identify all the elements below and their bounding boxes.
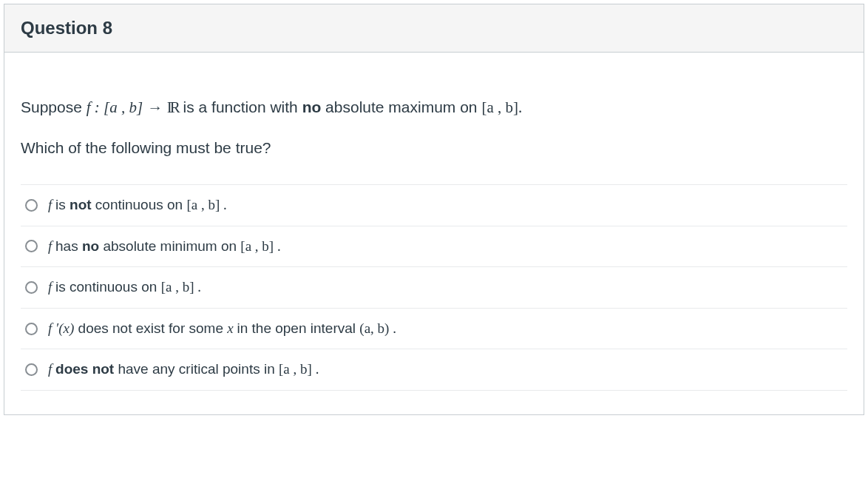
math-interval: [a , b] . — [161, 279, 201, 295]
math-fprime: f ′(x) — [48, 320, 74, 336]
math-interval: [a , b] . — [186, 197, 226, 212]
prompt-text: is a function with — [183, 98, 302, 115]
text: have any critical points in — [114, 361, 279, 377]
answer-label: f has no absolute minimum on [a , b] . — [48, 237, 281, 257]
math-f: f — [48, 361, 55, 377]
prompt-line-2: Which of the following must be true? — [21, 136, 847, 160]
radio-icon — [25, 240, 38, 252]
prompt-line-1: Suppose f : [a , b] → IR is a function w… — [21, 95, 847, 120]
answer-label: f is continuous on [a , b] . — [48, 278, 201, 297]
prompt-math-domain: [a , b]. — [481, 98, 522, 116]
math-interval: [a , b] . — [240, 238, 280, 254]
math-interval: [a , b] . — [279, 361, 319, 377]
math-interval: (a, b) . — [359, 320, 396, 336]
answer-option-4[interactable]: f ′(x) does not exist for some x in the … — [21, 308, 847, 349]
prompt-text: absolute maximum on — [321, 98, 481, 115]
bold: does not — [55, 361, 114, 377]
answer-option-1[interactable]: f is not continuous on [a , b] . — [21, 184, 847, 226]
answer-label: f does not have any critical points in [… — [48, 360, 319, 380]
math-f: f — [48, 279, 55, 295]
bold: no — [82, 238, 99, 254]
text: continuous on — [92, 197, 187, 212]
question-header: Question 8 — [4, 4, 864, 53]
answer-option-5[interactable]: f does not have any critical points in [… — [21, 349, 847, 391]
text: absolute minimum on — [99, 238, 240, 254]
math-f: f — [48, 238, 55, 254]
prompt-math-fn: f : [a , b] → — [87, 98, 166, 116]
prompt-text: Suppose — [21, 98, 87, 115]
bold: not — [69, 197, 92, 212]
math-x: x — [227, 320, 237, 336]
prompt-bold: no — [302, 98, 322, 115]
answer-list: f is not continuous on [a , b] . f has n… — [21, 184, 847, 391]
answer-label: f is not continuous on [a , b] . — [48, 195, 227, 215]
radio-icon — [25, 323, 38, 335]
question-title: Question 8 — [21, 18, 847, 38]
question-card: Question 8 Suppose f : [a , b] → IR is a… — [4, 4, 864, 415]
question-body: Suppose f : [a , b] → IR is a function w… — [4, 53, 864, 414]
answer-label: f ′(x) does not exist for some x in the … — [48, 319, 396, 339]
radio-icon — [25, 363, 38, 376]
text: is continuous on — [55, 279, 161, 295]
radio-icon — [25, 199, 38, 212]
text: in the open interval — [237, 320, 359, 336]
radio-icon — [25, 281, 38, 294]
prompt-math-R: IR — [166, 98, 179, 116]
text: does not exist for some — [74, 320, 227, 336]
math-f: f — [48, 197, 55, 212]
text: has — [55, 238, 82, 254]
answer-option-3[interactable]: f is continuous on [a , b] . — [21, 266, 847, 308]
text: is — [55, 197, 69, 212]
answer-option-2[interactable]: f has no absolute minimum on [a , b] . — [21, 226, 847, 267]
